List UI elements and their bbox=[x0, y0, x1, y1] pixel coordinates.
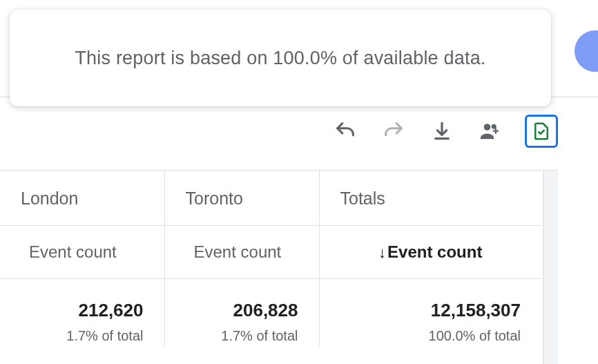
undo-button[interactable] bbox=[331, 117, 359, 145]
tooltip-text: This report is based on 100.0% of availa… bbox=[75, 48, 485, 69]
cell-percent: 1.7% of total bbox=[14, 328, 144, 344]
report-table: London Toronto Totals Event count Event … bbox=[0, 170, 541, 364]
column-header-toronto[interactable]: Toronto bbox=[164, 171, 319, 226]
table-row: 212,620 1.7% of total 206,828 1.7% of to… bbox=[0, 279, 541, 347]
metric-label-text: Event count bbox=[387, 242, 482, 261]
avatar[interactable] bbox=[575, 30, 598, 72]
people-add-icon bbox=[478, 119, 503, 144]
column-header-london[interactable]: London bbox=[0, 171, 164, 226]
redo-icon bbox=[382, 119, 405, 143]
toolbar bbox=[331, 111, 558, 152]
metric-label-sorted[interactable]: ↓Event count bbox=[319, 226, 541, 279]
data-quality-button[interactable] bbox=[525, 115, 558, 148]
column-header-totals[interactable]: Totals bbox=[319, 171, 541, 226]
metric-label[interactable]: Event count bbox=[0, 226, 164, 279]
cell-value: 206,828 bbox=[179, 300, 298, 321]
cell-value: 12,158,307 bbox=[334, 300, 521, 321]
sort-desc-icon: ↓ bbox=[378, 244, 386, 262]
scrollbar[interactable] bbox=[543, 170, 558, 364]
cell-percent: 100.0% of total bbox=[334, 328, 521, 344]
cell-percent: 1.7% of total bbox=[179, 328, 298, 344]
table-header-row: London Toronto Totals bbox=[0, 171, 541, 226]
undo-icon bbox=[334, 119, 357, 143]
check-document-icon bbox=[531, 121, 552, 142]
download-button[interactable] bbox=[428, 117, 456, 145]
svg-point-0 bbox=[484, 124, 491, 131]
data-cell: 206,828 1.7% of total bbox=[164, 279, 319, 347]
table-metric-row: Event count Event count ↓Event count bbox=[0, 226, 541, 279]
metric-label[interactable]: Event count bbox=[164, 226, 319, 279]
data-cell: 12,158,307 100.0% of total bbox=[319, 279, 541, 347]
cell-value: 212,620 bbox=[14, 300, 144, 321]
data-cell: 212,620 1.7% of total bbox=[0, 279, 164, 347]
data-quality-tooltip: This report is based on 100.0% of availa… bbox=[10, 10, 551, 106]
redo-button[interactable] bbox=[380, 117, 407, 145]
download-icon bbox=[431, 120, 453, 142]
share-button[interactable] bbox=[476, 117, 504, 145]
